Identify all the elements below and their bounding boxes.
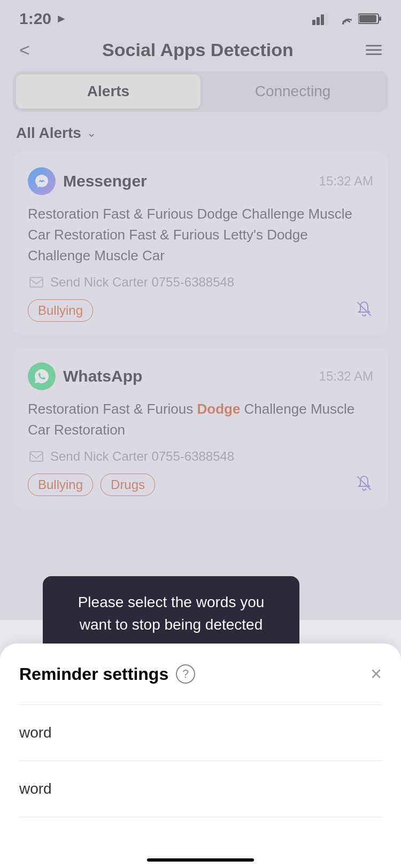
header: < Social Apps Detection xyxy=(0,33,401,71)
menu-line-1 xyxy=(366,45,382,46)
info-icon[interactable]: ? xyxy=(176,664,195,684)
messenger-app-name: Messenger xyxy=(63,172,147,190)
messenger-card-footer: Bullying xyxy=(28,299,373,322)
svg-line-11 xyxy=(358,477,371,490)
whatsapp-sender: Send Nick Carter 0755-6388548 xyxy=(28,448,373,465)
bullying-tag-2[interactable]: Bullying xyxy=(28,474,93,496)
whatsapp-card-footer: Bullying Drugs xyxy=(28,474,373,496)
send-icon xyxy=(28,274,45,291)
tab-alerts[interactable]: Alerts xyxy=(16,74,200,108)
svg-rect-10 xyxy=(30,452,43,461)
messenger-message: Restoration Fast & Furious Dodge Challen… xyxy=(28,204,373,266)
menu-line-3 xyxy=(366,53,382,55)
bell-muted-icon[interactable] xyxy=(355,300,373,322)
location-icon: ► xyxy=(56,12,67,26)
svg-rect-8 xyxy=(30,277,43,287)
messenger-time: 15:32 AM xyxy=(319,174,373,189)
status-icons xyxy=(312,12,382,25)
tab-connecting[interactable]: Connecting xyxy=(200,74,385,108)
messenger-tags: Bullying xyxy=(28,299,93,322)
messenger-alert-card: Messenger 15:32 AM Restoration Fast & Fu… xyxy=(13,152,388,335)
svg-point-4 xyxy=(342,22,344,25)
all-alerts-dropdown[interactable]: All Alerts ⌄ xyxy=(0,125,401,152)
svg-rect-0 xyxy=(312,20,315,25)
message-part-1: Restoration Fast & Furious xyxy=(28,401,197,417)
svg-rect-1 xyxy=(317,17,320,25)
whatsapp-tags: Bullying Drugs xyxy=(28,474,155,496)
word-row-1: word xyxy=(19,705,382,761)
messenger-icon xyxy=(28,167,56,195)
page-title: Social Apps Detection xyxy=(102,40,294,60)
time-label: 1:20 xyxy=(19,10,51,28)
wifi-icon xyxy=(335,12,352,25)
whatsapp-time: 15:32 AM xyxy=(319,369,373,384)
signal-icon xyxy=(312,12,328,25)
battery-icon xyxy=(358,13,382,25)
whatsapp-app-name: WhatsApp xyxy=(63,367,142,385)
app-info-whatsapp: WhatsApp xyxy=(28,362,142,390)
messenger-sender: Send Nick Carter 0755-6388548 xyxy=(28,274,373,291)
whatsapp-icon xyxy=(28,362,56,390)
sheet-title-row: Reminder settings ? xyxy=(19,664,195,684)
bottom-sheet: Reminder settings ? × word word xyxy=(0,644,401,868)
menu-line-2 xyxy=(366,49,382,51)
svg-rect-7 xyxy=(379,17,381,21)
word-row-2: word xyxy=(19,761,382,817)
status-time: 1:20 ► xyxy=(19,10,67,28)
menu-button[interactable] xyxy=(366,45,382,55)
app-info: Messenger xyxy=(28,167,147,195)
whatsapp-message: Restoration Fast & Furious Dodge Challen… xyxy=(28,399,373,440)
drugs-tag[interactable]: Drugs xyxy=(101,474,155,496)
tabs-container: Alerts Connecting xyxy=(13,71,388,112)
send-icon-2 xyxy=(28,448,45,465)
svg-rect-6 xyxy=(359,15,376,22)
card-header: Messenger 15:32 AM xyxy=(28,167,373,195)
close-button[interactable]: × xyxy=(371,663,382,685)
word-label-2: word xyxy=(19,780,52,797)
chevron-down-icon: ⌄ xyxy=(87,126,96,140)
tooltip-box: Please select the words you want to stop… xyxy=(43,576,299,651)
svg-rect-3 xyxy=(325,12,328,25)
home-indicator xyxy=(147,858,254,862)
card-header-whatsapp: WhatsApp 15:32 AM xyxy=(28,362,373,390)
svg-rect-2 xyxy=(321,14,324,25)
sheet-title: Reminder settings xyxy=(19,664,168,684)
sheet-header: Reminder settings ? × xyxy=(19,663,382,685)
svg-line-9 xyxy=(358,303,371,315)
bullying-tag[interactable]: Bullying xyxy=(28,299,93,322)
whatsapp-alert-card: WhatsApp 15:32 AM Restoration Fast & Fur… xyxy=(13,347,388,509)
back-button[interactable]: < xyxy=(19,40,30,60)
highlighted-word: Dodge xyxy=(197,401,240,417)
bell-muted-icon-2[interactable] xyxy=(355,474,373,496)
tooltip-text: Please select the words you want to stop… xyxy=(78,594,265,633)
all-alerts-label: All Alerts xyxy=(16,125,81,142)
info-label: ? xyxy=(182,667,189,681)
status-bar: 1:20 ► xyxy=(0,0,401,33)
word-label-1: word xyxy=(19,724,52,741)
